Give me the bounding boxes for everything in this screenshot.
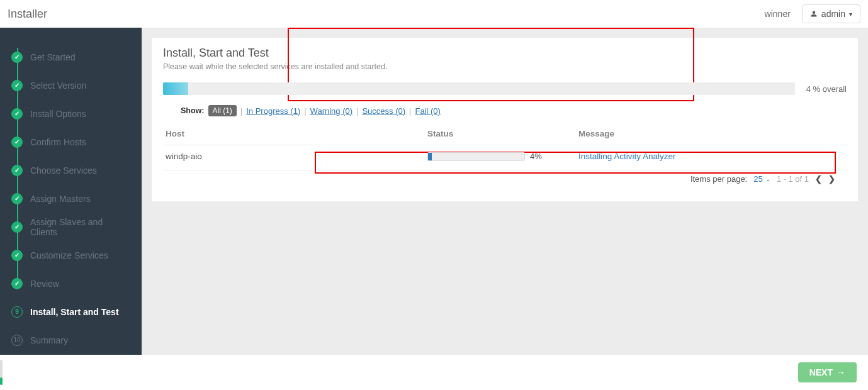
filter-warning[interactable]: Warning (0) (310, 106, 352, 116)
user-icon (810, 10, 818, 18)
filter-sep: | (409, 106, 411, 116)
check-icon (11, 136, 23, 148)
panel-subtitle: Please wait while the selected services … (163, 62, 847, 71)
cluster-name: winner (765, 9, 791, 19)
cell-host: windp-aio (163, 152, 427, 161)
step-label: Install, Start and Test (30, 307, 119, 317)
filter-success[interactable]: Success (0) (362, 106, 405, 116)
check-icon (11, 52, 23, 63)
step-number: 10 (11, 335, 23, 346)
message-link[interactable]: Installing Activity Analyzer (578, 152, 676, 161)
step-label: Choose Services (30, 165, 97, 176)
sidebar-step-6[interactable]: Assign Slaves and Clients (0, 213, 142, 241)
sidebar-step-2[interactable]: Install Options (0, 99, 142, 128)
check-icon (11, 278, 23, 289)
th-host: Host (163, 129, 427, 138)
user-menu-button[interactable]: admin ▾ (802, 4, 860, 23)
header-right: winner admin ▾ (765, 4, 860, 23)
step-label: Select Version (30, 81, 87, 91)
step-label: Get Started (30, 52, 76, 62)
pager-per-page-select[interactable]: 25 ⌄ (753, 174, 770, 184)
sidebar-step-3[interactable]: Confirm Hosts (0, 128, 142, 156)
th-message: Message (578, 129, 847, 138)
overall-progress-label: 4 % overall (806, 84, 847, 94)
filter-sep: | (304, 106, 306, 116)
main-panel: Install, Start and Test Please wait whil… (152, 38, 858, 201)
pager-range: 1 - 1 of 1 (777, 174, 809, 184)
step-label: Summary (30, 335, 68, 345)
check-icon (11, 80, 23, 91)
step-label: Install Options (30, 109, 86, 119)
sidebar-step-10[interactable]: 10Summary (0, 326, 142, 354)
chevron-down-icon: ⌄ (765, 176, 770, 182)
overall-progress-fill (163, 82, 188, 95)
th-status: Status (427, 129, 578, 138)
filter-fail[interactable]: Fail (0) (415, 106, 440, 116)
filter-sep: | (240, 106, 242, 116)
footer: NEXT → (0, 355, 868, 390)
step-label: Confirm Hosts (30, 137, 86, 147)
row-progress-fill (428, 153, 432, 160)
check-icon (11, 193, 23, 204)
pager-items-label: Items per page: (690, 174, 747, 184)
arrow-right-icon: → (837, 367, 845, 377)
caret-down-icon: ▾ (849, 11, 852, 18)
check-icon (11, 221, 23, 233)
content-area: Install, Start and Test Please wait whil… (142, 28, 868, 355)
check-icon (11, 108, 23, 120)
filter-sep: | (356, 106, 358, 116)
wizard-sidebar: Get StartedSelect VersionInstall Options… (0, 28, 142, 355)
sidebar-step-4[interactable]: Choose Services (0, 156, 142, 184)
pager-next[interactable]: ❯ (828, 174, 835, 184)
table-row: windp-aio4%Installing Activity Analyzer (163, 145, 847, 170)
step-label: Assign Masters (30, 194, 91, 204)
pager: Items per page: 25 ⌄ 1 - 1 of 1 ❮ ❯ (163, 170, 847, 195)
filter-in-progress[interactable]: In Progress (1) (246, 106, 300, 116)
sidebar-step-0[interactable]: Get Started (0, 43, 142, 71)
app-title: Installer (8, 8, 47, 21)
filter-all[interactable]: All (1) (208, 105, 237, 116)
wizard-steps: Get StartedSelect VersionInstall Options… (0, 43, 142, 354)
cell-status: 4% (427, 152, 578, 161)
overall-progress-bar (163, 82, 795, 95)
user-menu-label: admin (821, 9, 845, 19)
sidebar-step-5[interactable]: Assign Masters (0, 184, 142, 213)
next-button-label: NEXT (809, 367, 833, 377)
pager-prev[interactable]: ❮ (815, 174, 822, 184)
cell-message: Installing Activity Analyzer (578, 152, 847, 161)
side-progress-fill (0, 377, 3, 385)
show-label: Show: (181, 106, 205, 115)
sidebar-step-8[interactable]: Review (0, 269, 142, 298)
step-label: Assign Slaves and Clients (30, 217, 130, 237)
row-progress-bar (427, 152, 525, 161)
step-label: Customize Services (30, 250, 108, 260)
sidebar-step-9[interactable]: 9Install, Start and Test (0, 298, 142, 326)
pager-per-page-value: 25 (753, 174, 762, 184)
step-number: 9 (11, 306, 23, 318)
table-header-row: Host Status Message (163, 123, 847, 145)
check-icon (11, 250, 23, 261)
step-label: Review (30, 279, 59, 289)
sidebar-step-1[interactable]: Select Version (0, 71, 142, 99)
page-header: Installer winner admin ▾ (0, 0, 868, 28)
row-progress-pct: 4% (530, 152, 542, 161)
panel-title: Install, Start and Test (163, 47, 847, 60)
next-button[interactable]: NEXT → (798, 362, 857, 382)
sidebar-step-7[interactable]: Customize Services (0, 241, 142, 269)
check-icon (11, 165, 23, 176)
filter-row: Show: All (1) | In Progress (1) | Warnin… (152, 103, 858, 123)
